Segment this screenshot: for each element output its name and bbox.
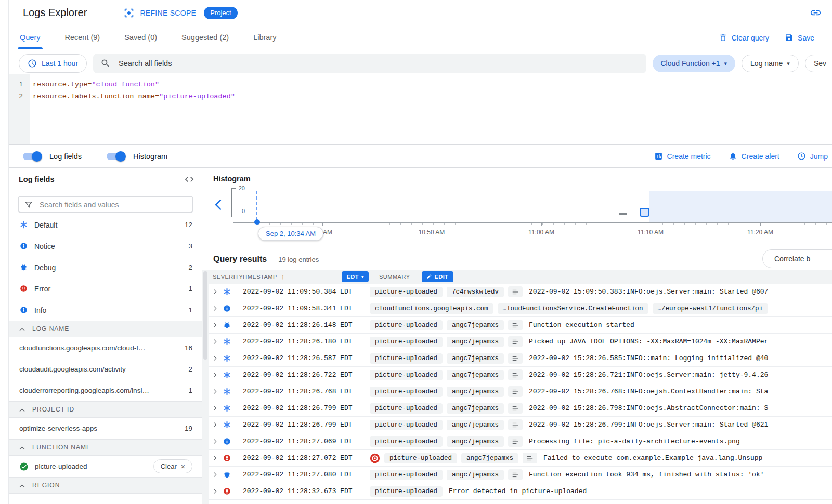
log-label-chip[interactable]: picture-uploaded [370,370,443,380]
log-field-value[interactable]: optimize-serverless-apps19 [9,418,202,439]
tab-recent[interactable]: Recent (9) [64,33,101,49]
clear-filter-button[interactable]: Clear× [153,459,192,473]
save-button[interactable]: Save [785,33,814,42]
log-lines-icon[interactable] [523,453,537,463]
expand-entry-icon[interactable] [209,355,221,362]
log-label-chip[interactable]: angc7jepamxs [447,387,504,397]
log-label-chip[interactable]: picture-uploaded [384,453,457,463]
severity-filter-error[interactable]: Error1 [9,278,202,299]
log-label-chip[interactable]: angc7jepamxs [447,370,504,380]
severity-filter-debug[interactable]: Debug2 [9,257,202,278]
expand-entry-icon[interactable] [209,455,221,461]
log-lines-icon[interactable] [508,436,523,447]
create-metric-button[interactable]: Create metric [654,152,711,161]
log-label-chip[interactable]: picture-uploaded [370,353,443,364]
query-editor[interactable]: 1 2 resource.type="cloud_function" resou… [9,74,832,144]
collapse-panel-icon[interactable] [184,174,194,184]
expand-entry-icon[interactable] [209,322,221,328]
log-label-chip[interactable]: picture-uploaded [370,320,443,330]
severity-filter-chip[interactable]: Sev [805,55,832,72]
histogram-toggle[interactable] [107,153,124,160]
expand-entry-icon[interactable] [209,438,221,445]
log-label-chip[interactable]: picture-uploaded [370,337,443,347]
log-field-value[interactable]: clouderrorreporting.googleapis.com/insi…… [9,380,202,401]
time-range-button[interactable]: Last 1 hour [19,54,87,73]
log-label-chip[interactable]: picture-uploaded [370,287,443,297]
log-label-chip[interactable]: angc7jepamxs [447,337,504,347]
sort-ascending-icon[interactable]: ↑ [281,273,285,281]
log-lines-icon[interactable] [508,320,523,330]
query-code[interactable]: resource.type="cloud_function" resource.… [33,78,832,102]
log-entry-row[interactable]: 2022-09-02 11:28:26.768 EDTpicture-uploa… [209,383,832,400]
log-label-chip[interactable]: 7c4rwskwledv [447,287,504,297]
log-label-chip[interactable]: angc7jepamxs [447,320,504,330]
section-header-log-name[interactable]: LOG NAME [9,321,202,337]
expand-entry-icon[interactable] [209,372,221,378]
log-label-chip[interactable]: angc7jepamxs [447,420,504,430]
expand-entry-icon[interactable] [209,305,221,312]
log-label-chip[interactable]: picture-uploaded [370,486,443,497]
log-label-chip[interactable]: angc7jepamxs [447,353,504,364]
log-lines-icon[interactable] [508,469,523,480]
histogram-bar-highlight[interactable] [640,208,649,217]
refine-scope-button[interactable]: REFINE SCOPE [123,7,196,19]
share-link-icon[interactable] [810,7,822,19]
log-label-chip[interactable]: …loudFunctionsService.CreateFunction [498,303,648,314]
expand-entry-icon[interactable] [209,405,221,412]
log-lines-icon[interactable] [508,419,523,430]
log-label-chip[interactable]: angc7jepamxs [447,470,504,480]
log-label-chip[interactable]: angc7jepamxs [447,403,504,414]
log-fields-toggle[interactable] [23,153,41,160]
results-scrollbar[interactable] [202,270,209,504]
log-name-filter-chip[interactable]: Log name ▾ [742,55,799,72]
log-label-chip[interactable]: picture-uploaded [370,420,443,430]
log-label-chip[interactable]: picture-uploaded [370,436,443,447]
selection-time-tooltip[interactable]: Sep 2, 10:34 AM [258,227,323,241]
log-entry-row[interactable]: 2022-09-02 11:09:58.341 EDTcloudfunction… [209,300,832,317]
expand-entry-icon[interactable] [209,421,221,428]
log-entry-row[interactable]: 2022-09-02 11:28:27.080 EDTpicture-uploa… [209,467,832,483]
histogram-bar[interactable] [619,213,627,215]
scrollbar-thumb[interactable] [203,271,207,360]
log-entry-row[interactable]: 2022-09-02 11:28:26.722 EDTpicture-uploa… [209,367,832,383]
scope-badge[interactable]: Project [204,7,237,19]
expand-entry-icon[interactable] [209,488,221,495]
section-header-project-id[interactable]: PROJECT ID [9,401,202,418]
log-lines-icon[interactable] [508,336,523,347]
log-label-chip[interactable]: picture-uploaded [370,403,443,414]
log-label-chip[interactable]: picture-uploaded [370,470,443,480]
clear-query-button[interactable]: Clear query [719,33,769,42]
resource-filter-chip[interactable]: Cloud Function +1 ▾ [653,55,736,72]
log-entry-row[interactable]: 2022-09-02 11:28:26.587 EDTpicture-uploa… [209,350,832,367]
expand-entry-icon[interactable] [209,288,221,295]
tab-library[interactable]: Library [252,33,277,49]
log-lines-icon[interactable] [508,353,523,364]
log-entry-row[interactable]: 2022-09-02 11:09:50.384 EDTpicture-uploa… [209,284,832,300]
log-entry-row[interactable]: 2022-09-02 11:28:26.180 EDTpicture-uploa… [209,334,832,350]
tab-query[interactable]: Query [19,33,42,49]
log-lines-icon[interactable] [508,286,523,297]
timestamp-header-label[interactable]: TIMESTAMP [242,274,277,280]
severity-filter-notice[interactable]: Notice3 [9,235,202,257]
log-label-chip[interactable]: angc7jepamxs [461,453,518,463]
log-lines-icon[interactable] [508,369,523,380]
edit-summary-button[interactable]: EDIT [422,271,453,282]
log-lines-icon[interactable] [508,403,523,414]
log-fields-search-input[interactable] [38,200,187,209]
log-entry-row[interactable]: 2022-09-02 11:28:27.072 EDTpicture-uploa… [209,450,832,467]
log-label-chip[interactable]: angc7jepamxs [447,436,504,447]
log-entry-row[interactable]: 2022-09-02 11:28:32.673 EDTpicture-uploa… [209,483,832,500]
selection-marker-dot[interactable] [254,219,260,225]
histogram-scroll-left-icon[interactable] [215,199,222,210]
log-field-value[interactable]: picture-uploadedClear× [9,456,202,477]
log-entry-row[interactable]: 2022-09-02 11:28:27.069 EDTpicture-uploa… [209,433,832,450]
log-entry-row[interactable]: 2022-09-02 11:28:26.148 EDTpicture-uploa… [209,317,832,334]
section-header-region[interactable]: REGION [9,477,202,494]
tab-saved[interactable]: Saved (0) [123,33,158,49]
timezone-pill[interactable]: EDT▾ [342,271,369,282]
log-entry-row[interactable]: 2022-09-02 11:28:26.799 EDTpicture-uploa… [209,400,832,417]
correlate-by-button[interactable]: Correlate b [762,249,832,268]
tab-suggested[interactable]: Suggested (2) [180,33,230,49]
expand-entry-icon[interactable] [209,388,221,395]
log-entry-row[interactable]: 2022-09-02 11:28:26.799 EDTpicture-uploa… [209,417,832,433]
